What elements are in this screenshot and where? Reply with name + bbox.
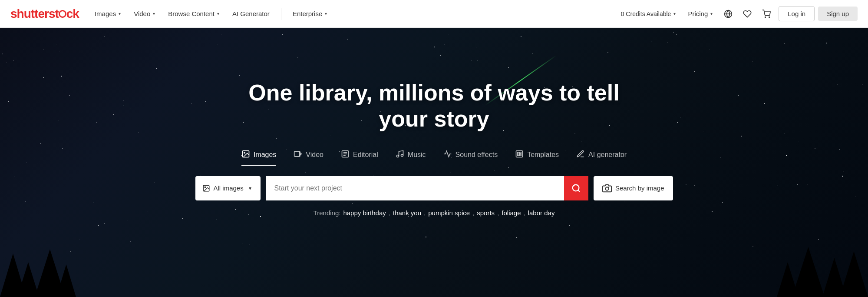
star	[347, 39, 348, 40]
nav-item-browse-content[interactable]: Browse Content ▾	[163, 7, 224, 21]
star	[521, 36, 521, 37]
search-input-wrapper	[266, 176, 588, 200]
star	[826, 43, 827, 43]
star	[738, 50, 738, 50]
star	[424, 70, 425, 71]
trending-label: Trending:	[314, 209, 341, 217]
navbar-right: 0 Credits Available ▾ Pricing ▾ Log i	[616, 5, 858, 23]
star	[825, 39, 825, 39]
logo-o-icon	[59, 10, 66, 18]
trending-item-labor-day[interactable]: labor day	[528, 209, 555, 217]
svg-point-19	[205, 187, 205, 187]
search-icon	[571, 184, 581, 193]
star	[532, 53, 533, 53]
svg-point-3	[769, 17, 770, 17]
tab-templates[interactable]: Templates	[515, 150, 559, 166]
trending-item-happy-birthday[interactable]: happy birthday	[343, 209, 386, 217]
star	[239, 75, 240, 76]
nav-item-ai-generator[interactable]: AI Generator	[227, 7, 275, 21]
star	[216, 220, 217, 220]
search-type-dropdown[interactable]: All images ▾	[195, 176, 261, 200]
trending-item-pumpkin-spice[interactable]: pumpkin spice	[428, 209, 470, 217]
image-type-icon	[202, 184, 210, 192]
svg-line-23	[608, 187, 609, 187]
star	[217, 44, 218, 44]
tree-7	[792, 247, 825, 297]
star	[59, 51, 59, 51]
star	[297, 57, 298, 58]
star	[221, 34, 222, 34]
search-submit-button[interactable]	[564, 176, 588, 200]
star	[182, 218, 183, 219]
templates-tab-icon	[515, 150, 524, 160]
trees-silhouette	[0, 245, 868, 297]
trending-item-sports[interactable]: sports	[477, 209, 495, 217]
star	[104, 36, 105, 37]
search-input[interactable]	[266, 176, 588, 200]
star	[242, 243, 242, 244]
signup-button[interactable]: Sign up	[818, 7, 858, 21]
tab-images[interactable]: Images	[241, 150, 276, 166]
search-bar-container: All images ▾ S	[195, 176, 673, 200]
logo[interactable]: shutterstck	[10, 7, 79, 21]
tab-sound-effects[interactable]: Sound effects	[443, 150, 498, 166]
star	[2, 53, 3, 54]
tab-video[interactable]: Video	[294, 150, 323, 166]
star	[130, 241, 131, 242]
chevron-down-icon: ▾	[249, 185, 251, 191]
logo-text: shutterstck	[10, 7, 79, 21]
star	[449, 34, 449, 34]
pricing-button[interactable]: Pricing ▾	[683, 7, 718, 21]
star	[667, 42, 667, 43]
star	[440, 55, 441, 56]
video-tab-icon	[294, 150, 302, 160]
star	[79, 240, 79, 240]
cart-button[interactable]	[758, 5, 775, 23]
nav-item-images[interactable]: Images ▾	[89, 7, 126, 21]
star	[477, 60, 478, 60]
trending-row: Trending: happy birthday , thank you , p…	[314, 209, 555, 217]
svg-rect-15	[518, 152, 519, 155]
nav-item-enterprise[interactable]: Enterprise ▾	[287, 7, 332, 21]
hero-section: One library, millions of ways to tell yo…	[0, 28, 868, 297]
star	[43, 50, 44, 50]
heart-icon	[743, 10, 752, 18]
nav-item-video[interactable]: Video ▾	[129, 7, 160, 21]
tree-6	[822, 258, 846, 297]
tab-music[interactable]: Music	[396, 150, 426, 166]
tree-8	[777, 262, 799, 297]
star	[516, 237, 517, 238]
svg-line-21	[578, 190, 580, 192]
star	[784, 43, 785, 44]
star	[752, 61, 752, 62]
star	[471, 60, 472, 60]
star	[682, 223, 683, 224]
svg-point-20	[573, 184, 579, 191]
globe-icon	[724, 10, 733, 18]
svg-point-12	[396, 155, 399, 157]
star	[547, 222, 548, 223]
star	[98, 225, 99, 226]
chevron-down-icon: ▾	[710, 11, 713, 16]
credits-button[interactable]: 0 Credits Available ▾	[616, 7, 681, 21]
image-tab-icon	[241, 150, 250, 160]
search-by-image-button[interactable]: Search by image	[594, 176, 673, 200]
login-button[interactable]: Log in	[779, 6, 815, 21]
star	[156, 68, 157, 69]
tab-editorial[interactable]: Editorial	[341, 150, 378, 166]
star	[426, 237, 426, 237]
star	[13, 60, 14, 60]
star	[128, 220, 128, 220]
ai-generator-tab-icon	[576, 150, 585, 160]
star	[104, 224, 105, 224]
sound-effects-tab-icon	[443, 150, 452, 160]
star	[673, 32, 674, 33]
trending-item-foliage[interactable]: foliage	[502, 209, 521, 217]
language-button[interactable]	[719, 5, 737, 23]
star	[61, 76, 62, 76]
editorial-tab-icon	[341, 150, 350, 160]
cart-icon	[762, 10, 771, 18]
favorites-button[interactable]	[739, 5, 756, 23]
tab-ai-generator[interactable]: AI generator	[576, 150, 627, 166]
trending-item-thank-you[interactable]: thank you	[393, 209, 421, 217]
